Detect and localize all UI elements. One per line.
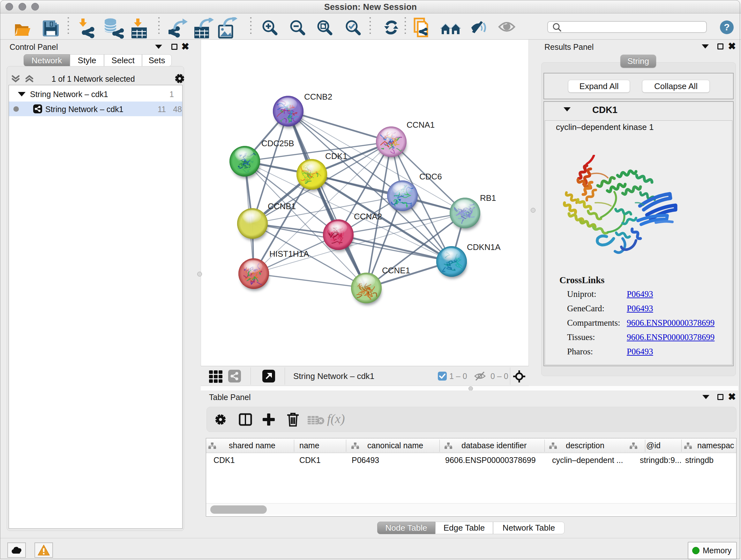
svg-text:CDK1: CDK1: [325, 151, 347, 161]
svg-text:CCNE1: CCNE1: [382, 266, 410, 275]
svg-text:RB1: RB1: [480, 193, 496, 203]
svg-text:CCNA1: CCNA1: [407, 120, 434, 130]
svg-text:HIST1H1A: HIST1H1A: [269, 249, 309, 259]
svg-text:CDC25B: CDC25B: [261, 138, 294, 148]
svg-text:CCNB2: CCNB2: [304, 92, 332, 102]
svg-text:CCNA2: CCNA2: [354, 212, 382, 221]
svg-text:CDKN1A: CDKN1A: [467, 242, 501, 252]
svg-text:CDC6: CDC6: [419, 172, 442, 181]
svg-text:CCNB1: CCNB1: [268, 201, 296, 211]
